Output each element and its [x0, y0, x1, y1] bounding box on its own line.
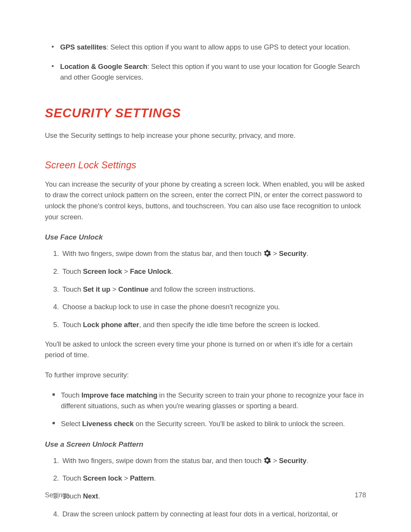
list-item: GPS satellites: Select this option if yo…: [60, 42, 366, 53]
face-unlock-steps: With two fingers, swipe down from the st…: [45, 248, 366, 330]
page-footer: Settings 178: [45, 491, 366, 499]
security-settings-intro: Use the Security settings to help increa…: [45, 130, 366, 141]
step-item: Touch Screen lock > Face Unlock.: [61, 266, 366, 277]
step-item: With two fingers, swipe down from the st…: [61, 248, 366, 259]
screen-lock-settings-heading: Screen Lock Settings: [45, 160, 366, 171]
gear-icon: [263, 249, 271, 257]
step-item: With two fingers, swipe down from the st…: [61, 455, 366, 466]
location-services-bullets: GPS satellites: Select this option if yo…: [45, 42, 366, 83]
use-pattern-heading: Use a Screen Unlock Pattern: [45, 440, 366, 449]
use-face-unlock-heading: Use Face Unlock: [45, 233, 366, 241]
step-item: Touch Set it up > Continue and follow th…: [61, 284, 366, 295]
step-item: Touch Lock phone after, and then specify…: [61, 320, 366, 331]
bullet-term: GPS satellites: [60, 43, 107, 51]
footer-page-number: 178: [355, 491, 366, 499]
step-item: Draw the screen unlock pattern by connec…: [61, 509, 366, 520]
bullet-term: Location & Google Search: [60, 62, 147, 70]
step-item: Choose a backup lock to use in case the …: [61, 302, 366, 313]
list-item: Touch Improve face matching in the Secur…: [61, 390, 366, 412]
footer-section-name: Settings: [45, 491, 70, 499]
gear-icon: [263, 457, 271, 464]
list-item: Select Liveness check on the Security sc…: [61, 419, 366, 430]
page-content: GPS satellites: Select this option if yo…: [45, 42, 366, 528]
pattern-steps: With two fingers, swipe down from the st…: [45, 455, 366, 520]
security-settings-heading: SECURITY SETTINGS: [45, 106, 366, 120]
screen-lock-intro: You can increase the security of your ph…: [45, 179, 366, 223]
improve-intro: To further improve security:: [45, 370, 366, 381]
step-item: Touch Screen lock > Pattern.: [61, 473, 366, 484]
list-item: Location & Google Search: Select this op…: [60, 61, 366, 83]
face-unlock-note: You'll be asked to unlock the screen eve…: [45, 339, 366, 361]
improve-security-bullets: Touch Improve face matching in the Secur…: [45, 390, 366, 430]
bullet-text: : Select this option if you want to allo…: [107, 43, 350, 51]
